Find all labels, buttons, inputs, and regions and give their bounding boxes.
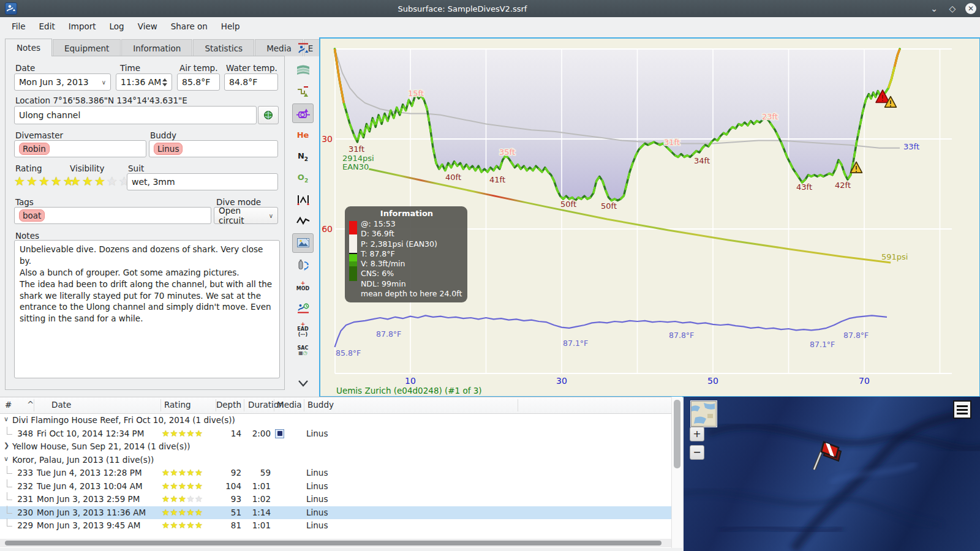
dive-buddy: Linus (306, 481, 328, 491)
dive-row[interactable]: 348Fri Oct 10, 2014 12:34 PM★★★★★142:00L… (0, 427, 671, 441)
notes-textarea[interactable]: Unbelievable dive. Dozens and dozens of … (14, 240, 280, 378)
star-icon: ★ (70, 174, 82, 189)
info-box-row: V: 8.3ft/min (361, 259, 462, 269)
info-box-row: T: 87.8°F (361, 249, 462, 259)
water-temp-field[interactable]: 84.8°F (224, 73, 278, 91)
visibility-stars[interactable]: ★★★★★ (70, 174, 131, 189)
divemaster-field[interactable]: Robin (14, 140, 146, 157)
expand-caret-icon[interactable]: ❯ (4, 441, 9, 449)
time-spinbox[interactable]: 11:36 AM (116, 73, 172, 91)
tab-equipment[interactable]: Equipment (53, 39, 121, 56)
scroll-down-icon[interactable] (292, 373, 314, 393)
dive-row[interactable]: 231Mon Jun 3, 2013 2:59 PM★★★★★931:02Lin… (0, 493, 671, 506)
heartrate-icon[interactable] (292, 211, 314, 231)
helium-graph-icon[interactable]: He (292, 125, 314, 144)
tag-chip: boat (19, 209, 45, 222)
dive-buddy: Linus (306, 520, 328, 530)
vertical-scrollbar[interactable] (671, 397, 682, 548)
spinner-arrows-icon[interactable] (162, 78, 167, 86)
dive-number: 232 (11, 481, 33, 491)
globe-button[interactable] (258, 106, 279, 124)
dive-duration: 2:00 (244, 429, 271, 438)
trip-row[interactable]: ∨Divi Flamingo House Reef, Fri Oct 10, 2… (0, 414, 671, 427)
dive-list-header[interactable]: #DateRatingDepthDurationMediaBuddy^ (0, 397, 671, 414)
mod-icon[interactable]: +MOD (292, 276, 314, 296)
dive-row[interactable]: 233Tue Jun 4, 2013 12:28 PM★★★★★9259Linu… (0, 467, 671, 480)
dive-date: Mon Jun 3, 2013 2:59 PM (37, 494, 140, 504)
menu-item-edit[interactable]: Edit (32, 19, 62, 34)
calculated-ceiling-icon[interactable] (292, 82, 314, 102)
location-label: Location 7°16'58.386"N 134°14'43.631"E (15, 96, 187, 105)
column-header-depth[interactable]: Depth (216, 400, 241, 410)
photos-icon[interactable] (292, 233, 314, 253)
menu-item-share-on[interactable]: Share on (164, 19, 214, 34)
dive-site-map[interactable]: + − (684, 397, 980, 551)
date-label: Date (15, 63, 35, 73)
svg-text:50ft: 50ft (560, 200, 576, 209)
nitrogen-graph-icon[interactable]: N2 (292, 147, 314, 167)
maximize-icon[interactable]: ◇ (943, 4, 962, 13)
tags-field[interactable]: boat (14, 207, 211, 224)
dive-row[interactable]: 229Mon Jun 3, 2013 9:45 AM★★★★★811:01Lin… (0, 519, 671, 533)
water-temp-label: Water temp. (226, 63, 277, 73)
trip-row[interactable]: ❯Yellow House, Sun Sep 21, 2014 (1 dive(… (0, 440, 671, 454)
overview-minimap[interactable] (691, 401, 717, 427)
dc-ceiling-icon[interactable] (292, 103, 314, 123)
rating-stars[interactable]: ★★★★★ (14, 174, 75, 189)
column-header-rating[interactable]: Rating (164, 400, 191, 410)
star-icon: ★ (162, 494, 170, 504)
oxygen-graph-icon[interactable]: O2 (292, 168, 314, 188)
info-box-row: P: 2,381psi (EAN30) (361, 239, 462, 249)
ruler-icon[interactable] (292, 190, 314, 209)
tab-information[interactable]: Information (121, 39, 192, 56)
svg-text:41ft: 41ft (489, 175, 505, 184)
svg-text:43ft: 43ft (796, 182, 812, 192)
tab-statistics[interactable]: Statistics (193, 39, 254, 56)
column-header-num[interactable]: # (5, 400, 12, 410)
menu-item-log[interactable]: Log (103, 19, 131, 34)
tank-bar-icon[interactable] (292, 255, 314, 274)
star-icon: ★ (187, 494, 195, 504)
dive-mode-combobox[interactable]: Open circuit∨ (214, 207, 278, 224)
map-zoom-out-button[interactable]: − (690, 445, 704, 460)
chevron-down-icon: ∨ (269, 212, 273, 219)
dive-number: 233 (11, 468, 33, 478)
menu-item-file[interactable]: File (5, 19, 32, 34)
dive-flag-marker[interactable] (809, 436, 845, 473)
notes-panel: Date Time Air temp. Water temp. Mon Jun … (5, 56, 285, 390)
minimize-icon[interactable]: ⌄ (925, 4, 943, 13)
title-bar[interactable]: Subsurface: SampleDivesV2.ssrf ⌄ ◇ ✕ (0, 0, 980, 17)
svg-text:85.8°F: 85.8°F (336, 348, 361, 358)
menu-item-view[interactable]: View (131, 19, 164, 34)
dive-depth: 81 (216, 520, 241, 530)
collapse-caret-icon[interactable]: ∨ (4, 455, 9, 463)
time-label: Time (120, 63, 140, 73)
menu-item-import[interactable]: Import (62, 19, 103, 34)
waves-icon[interactable] (292, 60, 314, 80)
column-header-media[interactable]: Media (277, 400, 302, 410)
column-header-date[interactable]: Date (51, 400, 71, 410)
ndl-icon[interactable] (292, 298, 314, 318)
dive-row[interactable]: 230Mon Jun 3, 2013 11:36 AM★★★★★511:14Li… (0, 506, 671, 520)
location-field[interactable]: Ulong channel (14, 106, 257, 124)
column-header-buddy[interactable]: Buddy (307, 400, 334, 410)
ead-icon[interactable]: +EAD(⋯) (292, 320, 314, 339)
suit-field[interactable]: wet, 3mm (127, 173, 278, 190)
map-menu-icon[interactable] (953, 400, 971, 419)
date-combobox[interactable]: Mon Jun 3, 2013∨ (14, 73, 111, 91)
horizontal-scrollbar[interactable] (0, 539, 671, 547)
dive-profile-icon[interactable] (292, 39, 314, 58)
media-icon[interactable] (275, 429, 284, 438)
air-temp-field[interactable]: 85.8°F (177, 73, 220, 91)
buddy-field[interactable]: Linus (149, 140, 278, 157)
map-zoom-in-button[interactable]: + (690, 427, 704, 441)
menu-item-help[interactable]: Help (214, 19, 247, 34)
dive-row[interactable]: 232Tue Jun 4, 2013 10:04 AM★★★★★1041:01L… (0, 480, 671, 493)
trip-row[interactable]: ∨Koror, Palau, Jun 2013 (11 dive(s)) (0, 454, 671, 467)
collapse-caret-icon[interactable]: ∨ (4, 415, 9, 423)
close-icon[interactable]: ✕ (962, 3, 980, 14)
sac-icon[interactable]: SAC▦◷ (292, 341, 314, 361)
divemaster-chip: Robin (19, 143, 50, 155)
tab-notes[interactable]: Notes (5, 39, 52, 56)
notes-label: Notes (15, 231, 39, 241)
